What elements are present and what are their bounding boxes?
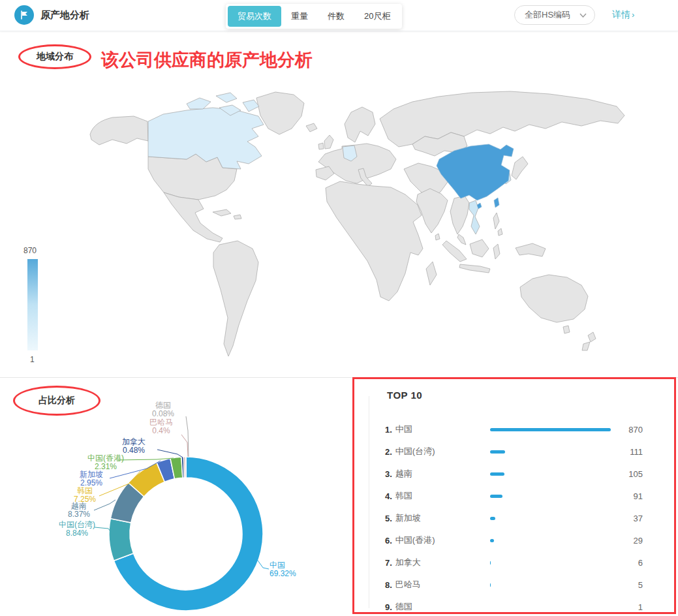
top10-value: 37 [611,514,643,523]
top10-bar-track [490,561,611,564]
top10-rank: 4. [385,491,392,501]
top10-country: 中国 [395,424,490,435]
top10-title: TOP 10 [387,390,422,401]
top10-rank: 5. [385,514,392,523]
map-scale-min: 1 [30,355,35,364]
top10-rank: 9. [385,602,392,612]
top10-country: 巴哈马 [395,579,490,591]
top10-rows: 1.中国8702.中国(台湾)1113.越南1054.韩国915.新加坡376.… [354,418,674,614]
chevron-right-icon: › [632,10,634,20]
top10-rank: 3. [385,469,392,479]
top10-bar [490,539,494,542]
map-scale-max: 870 [23,246,37,255]
top10-country: 新加坡 [395,512,490,524]
top10-bar-track [490,539,611,542]
top10-value: 105 [611,469,643,479]
red-annotation-text: 该公司供应商的原产地分析 [101,48,313,72]
origin-analysis-page: 原产地分析 贸易次数 重量 件数 20尺柜 全部HS编码 详情› 地域分布 该公… [0,0,678,616]
top10-rank: 1. [385,425,392,435]
top10-bar [490,561,491,564]
top10-bar-track [490,428,611,431]
top10-rank: 7. [385,558,392,568]
tab-20ft-container[interactable]: 20尺柜 [354,6,400,27]
top10-rank: 2. [385,447,392,457]
pie-label-vietnam: 越南8.37% [68,502,90,519]
pie-slice[interactable] [185,457,186,478]
top10-value: 6 [611,558,643,568]
pie-label-singapore: 新加坡2.95% [80,470,103,487]
top10-value: 5 [611,580,643,590]
top10-value: 91 [611,491,643,501]
pie-label-bahamas: 巴哈马0.4% [149,418,173,435]
leader-line-germany [186,416,189,457]
tab-pieces[interactable]: 件数 [318,6,354,27]
pie-slice[interactable] [109,519,133,561]
page-title: 原产地分析 [40,9,89,22]
top10-country: 越南 [395,468,490,480]
header-bar: 原产地分析 贸易次数 重量 件数 20尺柜 全部HS编码 详情› [0,0,678,31]
top10-row: 7.加拿大6 [354,551,674,574]
top10-row: 3.越南105 [354,463,674,485]
top10-value: 111 [611,447,643,457]
top10-bar-track [490,583,611,587]
world-map[interactable] [65,84,626,369]
top10-row: 5.新加坡37 [354,507,674,529]
metric-tab-bar: 贸易次数 重量 件数 20尺柜 [226,4,402,29]
top10-row: 9.德国1 [354,596,674,614]
top10-value: 870 [611,425,643,435]
top10-bar-track [490,517,611,520]
pie-label-germany: 德国0.08% [152,401,174,418]
hs-code-dropdown[interactable]: 全部HS编码 [514,5,595,25]
leader-line-vietnam [94,500,116,510]
map-color-scale [27,259,38,350]
top10-country: 中国(台湾) [395,446,490,457]
top10-value: 29 [611,536,643,546]
top10-rank: 6. [385,536,392,546]
top10-row: 4.韩国91 [354,485,674,507]
flag-icon [14,5,34,25]
top10-panel: TOP 10 1.中国8702.中国(台湾)1113.越南1054.韩国915.… [352,377,676,614]
leader-line-canada [157,450,183,457]
top10-country: 加拿大 [395,557,490,568]
map-region-china [437,144,514,200]
top10-row: 8.巴哈马5 [354,574,674,596]
top10-row: 1.中国870 [354,418,674,440]
pie-label-taiwan: 中国(台湾)8.84% [59,521,95,538]
map-region-taiwan [494,198,499,208]
top10-country: 韩国 [395,490,490,502]
pie-label-hongkong: 中国(香港)2.31% [87,454,124,471]
top10-bar-track [490,472,611,476]
tab-trade-count[interactable]: 贸易次数 [228,6,281,27]
hs-code-dropdown-value: 全部HS编码 [525,9,570,21]
top10-bar-track [490,450,611,454]
top10-bar [490,428,611,431]
top10-bar [490,583,491,587]
top10-rank: 8. [385,580,392,590]
pie-label-canada: 加拿大0.48% [122,438,146,455]
leader-line-bahamas [181,435,188,457]
top10-country: 德国 [395,601,490,613]
pie-label-china: 中国69.32% [270,561,296,578]
top10-value: 1 [611,602,643,612]
map-section-label-highlight: 地域分布 [18,44,91,69]
top10-row: 6.中国(香港)29 [354,529,674,551]
top10-bar [490,495,502,498]
detail-link-label: 详情 [612,9,630,20]
detail-link[interactable]: 详情› [612,9,634,21]
top10-bar [490,450,506,454]
top10-bar [490,472,504,476]
map-section-label: 地域分布 [37,51,73,63]
top10-bar-track [490,606,611,609]
top10-bar-track [490,495,611,498]
top10-bar [490,517,495,520]
top10-country: 中国(香港) [395,534,490,546]
leader-line-taiwan [95,527,110,531]
chevron-down-icon [579,13,587,18]
tab-weight[interactable]: 重量 [281,6,318,27]
top10-row: 2.中国(台湾)111 [354,440,674,463]
